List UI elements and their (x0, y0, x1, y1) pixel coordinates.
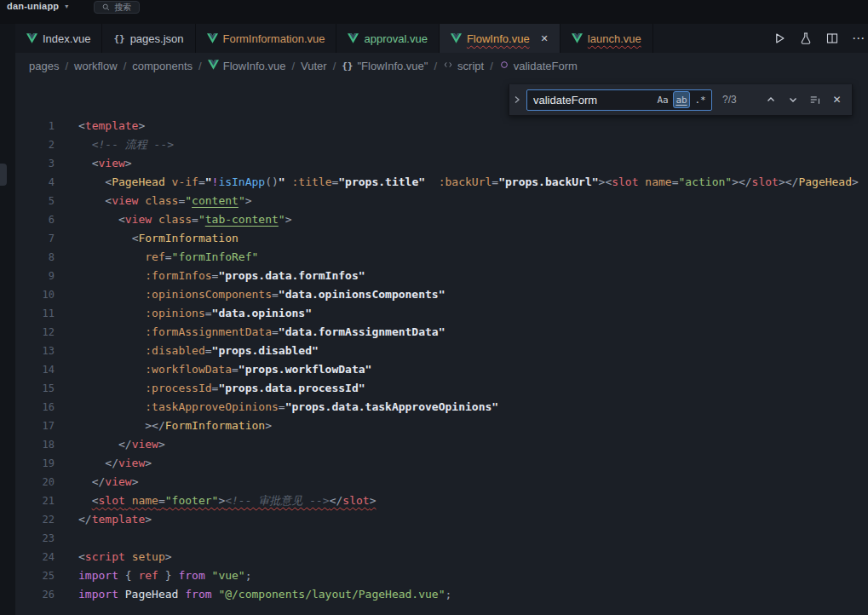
line-number[interactable]: 13 (15, 342, 68, 360)
code-line[interactable]: 1<template> (15, 117, 868, 135)
code-line[interactable]: 23 (15, 529, 868, 548)
code-line[interactable]: 19 </view> (15, 454, 868, 473)
next-match-button[interactable] (784, 91, 802, 109)
code-line[interactable]: 12 :formAssignmentData="data.formAssignm… (15, 323, 868, 342)
code-line[interactable]: 20 </view> (15, 473, 868, 491)
breadcrumb-item-validateForm[interactable]: validateForm (499, 60, 578, 72)
line-number[interactable]: 20 (15, 473, 68, 491)
line-number[interactable]: 6 (15, 210, 68, 229)
more-actions-button[interactable]: ⋯ (851, 31, 866, 46)
breadcrumb-label: FlowInfo.vue (223, 60, 286, 72)
find-in-selection-button[interactable] (806, 91, 824, 109)
line-number[interactable]: 11 (15, 304, 68, 323)
line-number[interactable]: 14 (15, 360, 68, 379)
breadcrumb-item-script[interactable]: script (443, 60, 484, 72)
code-text: import { ref } from "vue"; (78, 566, 252, 585)
code-icon (443, 60, 453, 72)
line-number[interactable]: 9 (15, 267, 68, 285)
code-line[interactable]: 9 :formInfos="props.data.formInfos" (15, 267, 868, 285)
line-number[interactable]: 1 (15, 117, 68, 135)
code-line[interactable]: 16 :taskApproveOpinions="props.data.task… (15, 398, 868, 417)
line-number[interactable]: 24 (15, 548, 68, 566)
breadcrumb-label: Vuter (301, 60, 327, 72)
code-line[interactable]: 21 <slot name="footer"><!-- 审批意见 --></sl… (15, 491, 868, 510)
breadcrumb-item-components[interactable]: components (132, 60, 193, 72)
vue-logo-icon (26, 33, 37, 43)
previous-match-button[interactable] (762, 91, 779, 109)
line-number[interactable]: 19 (15, 454, 68, 473)
editor-area: pages/workflow/components/FlowInfo.vue/V… (15, 53, 868, 615)
code-line[interactable]: 10 :opinionsComponents="data.opinionsCom… (15, 285, 868, 304)
run-button[interactable] (772, 31, 787, 46)
code-line[interactable]: 2 <!-- 流程 --> (15, 135, 868, 154)
activity-bar[interactable] (0, 24, 15, 615)
code-line[interactable]: 22</template> (15, 510, 868, 529)
code-line[interactable]: 8 ref="formInfoRef" (15, 248, 868, 267)
chevron-down-icon[interactable]: ▾ (65, 1, 68, 10)
breadcrumb-item-Vuter[interactable]: Vuter (301, 60, 327, 72)
match-case-toggle[interactable]: Aa (654, 91, 671, 108)
breadcrumb-item-FlowInfo.vue[interactable]: FlowInfo.vue (208, 60, 286, 72)
close-find-button[interactable]: ✕ (828, 91, 846, 109)
code-line[interactable]: 25import { ref } from "vue"; (15, 566, 868, 585)
line-number[interactable]: 8 (15, 248, 68, 267)
line-number[interactable]: 22 (15, 510, 68, 529)
code-line[interactable]: 13 :disabled="props.disabled" (15, 342, 868, 360)
tab-FormInformation.vue[interactable]: FormInformation.vue (196, 24, 337, 53)
workspace-name[interactable]: dan-uniapp (7, 1, 59, 11)
code-editor[interactable]: 1<template>2 <!-- 流程 -->3 <view>4 <PageH… (15, 117, 868, 604)
code-text: <!-- 流程 --> (78, 135, 174, 154)
command-center-search[interactable]: 搜索 (94, 1, 140, 14)
breadcrumb-separator: / (434, 60, 437, 72)
line-number[interactable]: 7 (15, 229, 68, 248)
code-line[interactable]: 26import PageHead from "@/components/lay… (15, 585, 868, 604)
toggle-replace-icon[interactable] (513, 95, 525, 105)
code-line[interactable]: 11 :opinions="data.opinions" (15, 304, 868, 323)
beaker-icon[interactable] (798, 31, 813, 46)
line-number[interactable]: 4 (15, 173, 68, 192)
code-line[interactable]: 5 <view class="content"> (15, 192, 868, 210)
code-line[interactable]: 6 <view class="tab-content"> (15, 210, 868, 229)
whole-word-toggle[interactable]: ab (673, 91, 690, 108)
code-text: :workflowData="props.workflowData" (78, 360, 371, 379)
breadcrumb-item-workflow[interactable]: workflow (74, 60, 118, 72)
code-text: :taskApproveOpinions="props.data.taskApp… (78, 398, 498, 417)
find-input[interactable] (533, 94, 652, 106)
code-line[interactable]: 3 <view> (15, 154, 868, 173)
tab-Index.vue[interactable]: Index.vue (15, 24, 102, 53)
split-editor-button[interactable] (825, 31, 840, 46)
code-line[interactable]: 17 ></FormInformation> (15, 417, 868, 435)
tab-launch.vue[interactable]: launch.vue (560, 24, 653, 53)
tab-approval.vue[interactable]: approval.vue (336, 24, 439, 53)
line-number[interactable]: 2 (15, 135, 68, 154)
line-number[interactable]: 25 (15, 566, 68, 585)
code-line[interactable]: 15 :processId="props.data.processId" (15, 379, 868, 398)
code-line[interactable]: 7 <FormInformation (15, 229, 868, 248)
tab-pages.json[interactable]: {}pages.json (102, 24, 195, 53)
code-line[interactable]: 18 </view> (15, 435, 868, 454)
line-number[interactable]: 15 (15, 379, 68, 398)
code-line[interactable]: 24<script setup> (15, 548, 868, 566)
regex-toggle[interactable]: .* (692, 91, 709, 108)
breadcrumb-item-FlowInfo.vue[interactable]: {}"FlowInfo.vue" (342, 60, 428, 72)
line-number[interactable]: 16 (15, 398, 68, 417)
vue-logo-icon (451, 33, 462, 43)
command-center-label: 搜索 (114, 2, 131, 14)
line-number[interactable]: 17 (15, 417, 68, 435)
line-number[interactable]: 12 (15, 323, 68, 342)
line-number[interactable]: 5 (15, 192, 68, 210)
line-number[interactable]: 23 (15, 529, 68, 548)
line-number[interactable]: 18 (15, 435, 68, 454)
code-line[interactable]: 14 :workflowData="props.workflowData" (15, 360, 868, 379)
tab-FlowInfo.vue[interactable]: FlowInfo.vue✕ (440, 24, 560, 53)
line-number[interactable]: 21 (15, 491, 68, 510)
code-line[interactable]: 4 <PageHead v-if="!isInApp()" :title="pr… (15, 173, 868, 192)
breadcrumb-label: script (457, 60, 484, 72)
line-number[interactable]: 10 (15, 285, 68, 304)
line-number[interactable]: 26 (15, 585, 68, 604)
code-text: <script setup> (78, 548, 172, 566)
close-icon[interactable]: ✕ (541, 33, 549, 44)
activity-bar-item[interactable] (0, 164, 7, 186)
breadcrumb-item-pages[interactable]: pages (29, 60, 59, 72)
line-number[interactable]: 3 (15, 154, 68, 173)
